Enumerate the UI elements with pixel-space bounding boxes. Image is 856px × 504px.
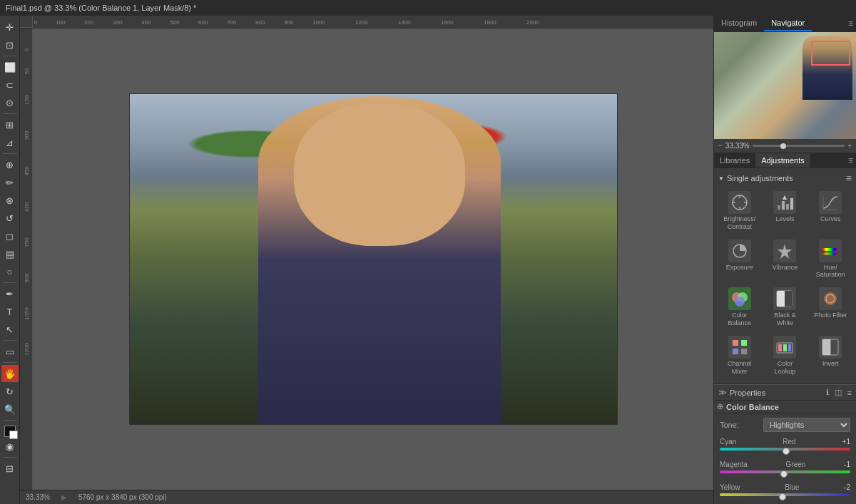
- mag-green-slider-container[interactable]: [720, 470, 850, 478]
- prop-mask-icon[interactable]: ◫: [835, 388, 842, 397]
- adj-menu-icon[interactable]: ≡: [848, 155, 853, 165]
- adj-curves[interactable]: Curves: [809, 188, 852, 234]
- eyedropper-tool[interactable]: ⊿: [1, 134, 19, 151]
- rotate-view-tool[interactable]: ↻: [1, 383, 19, 400]
- hue-saturation-label: Hue/Saturation: [816, 264, 845, 279]
- lasso-tool[interactable]: ⊂: [1, 76, 19, 93]
- svg-text:100: 100: [56, 19, 66, 26]
- title-bar: Final1.psd @ 33.3% (Color Balance 1, Lay…: [0, 0, 856, 16]
- adj-invert[interactable]: Invert: [809, 333, 852, 379]
- foreground-color[interactable]: [4, 426, 16, 437]
- panel-menu-icon[interactable]: ≡: [848, 19, 853, 29]
- healing-tool[interactable]: ⊕: [1, 156, 19, 173]
- photo-filter-label: Photo Filter: [814, 312, 847, 319]
- yel-blue-row: Yellow Blue -2: [720, 483, 850, 500]
- tab-navigator[interactable]: Navigator: [764, 16, 812, 31]
- svg-text:1000: 1000: [312, 19, 325, 26]
- nav-zoom-out-icon[interactable]: −: [718, 142, 723, 150]
- color-lookup-label: ColorLookup: [775, 360, 796, 376]
- gradient-tool[interactable]: ▤: [1, 245, 19, 262]
- adj-color-balance[interactable]: ColorBalance: [718, 284, 761, 330]
- hand-tool[interactable]: 🖐: [1, 365, 19, 382]
- quick-mask-mode[interactable]: ◉: [1, 438, 19, 455]
- nav-zoom-thumb[interactable]: [780, 143, 786, 149]
- svg-rect-51: [733, 349, 738, 354]
- channel-mixer-label: ChannelMixer: [728, 360, 752, 376]
- brush-tool[interactable]: ✏: [1, 174, 19, 191]
- adj-color-lookup[interactable]: ColorLookup: [764, 333, 807, 379]
- svg-rect-31: [778, 205, 780, 210]
- adj-levels[interactable]: Levels: [764, 188, 807, 234]
- svg-text:600: 600: [24, 202, 30, 212]
- nav-preview: [714, 32, 856, 139]
- tool-divider-7: [3, 420, 17, 421]
- invert-icon: [819, 336, 842, 359]
- adj-black-white[interactable]: Black &White: [764, 284, 807, 330]
- cyan-red-thumb[interactable]: [783, 448, 790, 455]
- path-select-tool[interactable]: ↖: [1, 321, 19, 338]
- canvas-viewport[interactable]: [33, 29, 713, 490]
- svg-text:2000: 2000: [526, 19, 539, 26]
- adj-brightness-contrast[interactable]: Brightness/Contrast: [718, 188, 761, 234]
- tab-libraries[interactable]: Libraries: [714, 153, 755, 168]
- quick-select-tool[interactable]: ⊙: [1, 94, 19, 111]
- yellow-label: Yellow: [720, 483, 740, 491]
- screen-mode[interactable]: ⊟: [1, 460, 19, 477]
- yel-blue-value: -2: [844, 483, 850, 491]
- black-white-label: Black &White: [774, 312, 796, 327]
- zoom-tool[interactable]: 🔍: [1, 401, 19, 418]
- svg-rect-49: [733, 340, 738, 346]
- tab-adjustments[interactable]: Adjustments: [755, 153, 810, 168]
- prop-menu-icon[interactable]: ≡: [847, 389, 852, 397]
- svg-text:800: 800: [255, 19, 265, 26]
- cyan-red-slider-container[interactable]: [720, 448, 850, 455]
- yel-blue-thumb[interactable]: [779, 493, 786, 500]
- tool-divider-5: [3, 340, 17, 341]
- svg-rect-50: [741, 340, 747, 346]
- adj-exposure[interactable]: Exposure: [718, 237, 761, 282]
- levels-icon: [773, 191, 796, 214]
- tone-select[interactable]: Highlights: [763, 418, 850, 432]
- marquee-tool[interactable]: ⬜: [1, 58, 19, 76]
- svg-text:400: 400: [141, 19, 151, 26]
- tool-divider-4: [3, 282, 17, 283]
- ruler-corner: [20, 16, 33, 28]
- cyan-label: Cyan: [720, 438, 736, 446]
- adj-channel-mixer[interactable]: ChannelMixer: [718, 333, 761, 379]
- dodge-tool[interactable]: ○: [1, 263, 19, 280]
- top-panel-tabs: Histogram Navigator ≡: [714, 16, 856, 32]
- nav-viewport-box[interactable]: [811, 41, 850, 66]
- adj-photo-filter[interactable]: Photo Filter: [809, 284, 852, 330]
- zoom-level: 33.33%: [26, 493, 50, 501]
- clone-stamp-tool[interactable]: ⊗: [1, 192, 19, 209]
- prop-type-header: ⊕ Color Balance: [714, 401, 856, 413]
- nav-zoom-slider[interactable]: [753, 145, 845, 147]
- adj-hue-saturation[interactable]: Hue/Saturation: [809, 237, 852, 282]
- prop-expand-icon[interactable]: ≫: [718, 388, 727, 397]
- color-lookup-icon: [773, 336, 796, 359]
- shape-tool[interactable]: ▭: [1, 343, 19, 360]
- ruler-left: 0 50 150 300 450 600 750 900 1050 1200: [20, 29, 33, 490]
- prop-info-icon[interactable]: ℹ: [826, 388, 829, 397]
- svg-rect-40: [822, 252, 838, 255]
- history-brush-tool[interactable]: ↺: [1, 210, 19, 227]
- ruler-top: 0 100 200 300 400 500 600 700 800 900 10…: [33, 16, 713, 28]
- svg-point-43: [735, 297, 745, 307]
- left-toolbar: ✛ ⊡ ⬜ ⊂ ⊙ ⊞ ⊿ ⊕ ✏ ⊗ ↺ ◻ ▤ ○ ✒ T ↖ ▭ 🖐 ↻ …: [0, 16, 20, 504]
- yel-blue-slider-container[interactable]: [720, 493, 850, 500]
- pen-tool[interactable]: ✒: [1, 285, 19, 302]
- artboard-tool[interactable]: ⊡: [1, 36, 19, 53]
- svg-rect-32: [782, 201, 785, 210]
- adj-section-menu[interactable]: ≡: [846, 173, 852, 184]
- mag-green-thumb[interactable]: [780, 470, 788, 478]
- color-balance-icon: [728, 287, 751, 310]
- move-tool[interactable]: ✛: [1, 19, 19, 36]
- nav-zoom-in-icon[interactable]: +: [847, 142, 852, 150]
- crop-tool[interactable]: ⊞: [1, 116, 19, 133]
- adj-vibrance[interactable]: Vibrance: [764, 237, 807, 282]
- eraser-tool[interactable]: ◻: [1, 227, 19, 245]
- adj-collapse-icon[interactable]: ▼: [718, 175, 724, 182]
- tab-histogram[interactable]: Histogram: [714, 16, 764, 31]
- type-tool[interactable]: T: [1, 303, 19, 320]
- canvas-area: 0 100 200 300 400 500 600 700 800 900 10…: [20, 16, 713, 504]
